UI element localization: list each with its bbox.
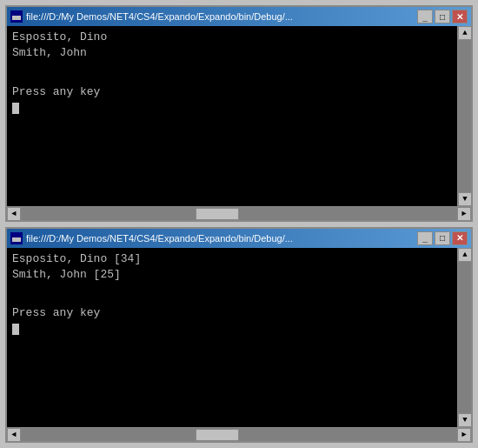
scroll-up-btn-2[interactable]: ▲ (458, 248, 471, 262)
title-bar-1: file:///D:/My Demos/NET4/CS4/Expando/Exp… (7, 7, 471, 26)
scroll-track-2[interactable] (21, 428, 457, 441)
console-line-2-3 (12, 290, 452, 305)
cursor-1 (12, 103, 19, 114)
right-scrollbar-2: ▲ ▼ (457, 248, 471, 428)
title-text-2: file:///D:/My Demos/NET4/CS4/Expando/Exp… (26, 233, 414, 244)
console-line-1-3 (12, 68, 452, 84)
scroll-down-btn-2[interactable]: ▼ (458, 413, 471, 427)
scroll-right-btn-2[interactable]: ► (457, 428, 471, 442)
minimize-button-2[interactable]: _ (417, 231, 433, 245)
window-icon-2 (10, 232, 23, 244)
maximize-button-1[interactable]: □ (435, 10, 450, 23)
console-line-1-4: Press any key (12, 84, 452, 100)
scroll-thumb-1[interactable] (196, 208, 239, 220)
scroll-down-btn-1[interactable]: ▼ (458, 192, 471, 206)
close-button-2[interactable]: ✕ (452, 231, 468, 245)
console-line-1-1: Esposito, Dino (12, 30, 452, 45)
scroll-track-1[interactable] (21, 207, 457, 220)
cursor-2 (12, 324, 19, 335)
title-text-1: file:///D:/My Demos/NET4/CS4/Expando/Exp… (26, 11, 414, 22)
scroll-up-btn-1[interactable]: ▲ (458, 26, 471, 40)
scroll-left-btn-2[interactable]: ◄ (7, 428, 21, 442)
bottom-scrollbar-1: ◄ ► (7, 206, 471, 220)
right-scroll-track-1[interactable] (458, 40, 471, 192)
title-bar-2: file:///D:/My Demos/NET4/CS4/Expando/Exp… (7, 229, 471, 248)
scroll-left-btn-1[interactable]: ◄ (7, 207, 21, 221)
window-1: file:///D:/My Demos/NET4/CS4/Expando/Exp… (5, 5, 473, 222)
title-buttons-1: _ □ ✕ (417, 10, 468, 23)
console-line-1-2: Smith, John (12, 45, 452, 61)
maximize-button-2[interactable]: □ (435, 231, 450, 245)
console-cursor-1 (12, 100, 452, 116)
right-scroll-track-2[interactable] (458, 262, 471, 414)
console-cursor-2 (12, 321, 452, 337)
console-output-1: Esposito, Dino Smith, John Press any key (7, 26, 457, 206)
content-area-2: Esposito, Dino [34] Smith, John [25] Pre… (7, 248, 471, 428)
svg-rect-5 (12, 236, 21, 237)
console-line-2-1: Esposito, Dino [34] (12, 251, 452, 267)
console-output-2: Esposito, Dino [34] Smith, John [25] Pre… (7, 248, 457, 428)
console-line-2-2: Smith, John [25] (12, 267, 452, 283)
scroll-thumb-2[interactable] (196, 429, 239, 441)
minimize-button-1[interactable]: _ (417, 10, 433, 23)
window-2: file:///D:/My Demos/NET4/CS4/Expando/Exp… (5, 227, 473, 444)
window-icon-1 (10, 10, 23, 23)
svg-rect-2 (12, 14, 21, 16)
console-line-2-4: Press any key (12, 305, 452, 321)
close-button-1[interactable]: ✕ (452, 10, 468, 23)
title-buttons-2: _ □ ✕ (417, 231, 468, 245)
scroll-right-btn-1[interactable]: ► (457, 207, 471, 221)
content-area-1: Esposito, Dino Smith, John Press any key… (7, 26, 471, 206)
right-scrollbar-1: ▲ ▼ (457, 26, 471, 206)
bottom-scrollbar-2: ◄ ► (7, 427, 471, 441)
